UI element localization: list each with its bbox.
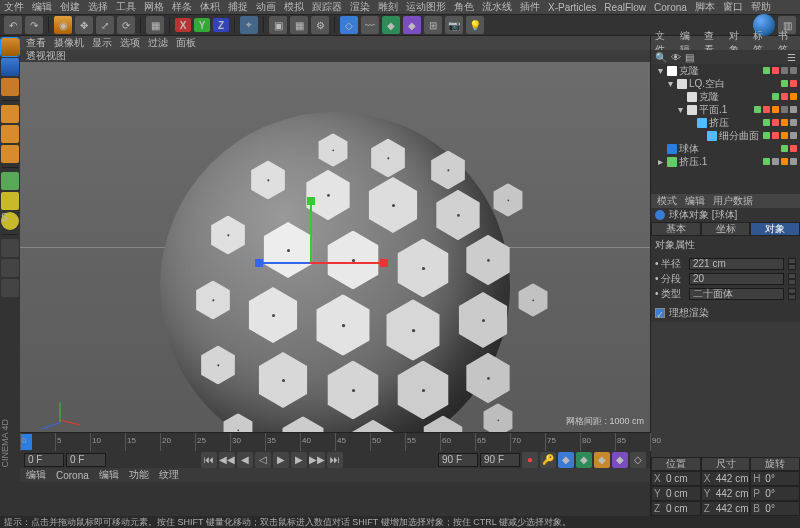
axis-x-toggle[interactable]: X — [175, 18, 191, 32]
menu-X-Particles[interactable]: X-Particles — [548, 2, 596, 13]
menu-脚本[interactable]: 脚本 — [695, 0, 715, 14]
viewport-menu[interactable]: 查看摄像机显示选项过滤面板 — [20, 36, 650, 50]
coord-cell[interactable]: H0° — [750, 471, 800, 486]
visibility-dot[interactable] — [772, 67, 779, 74]
visibility-dot[interactable] — [790, 80, 797, 87]
visibility-dot[interactable] — [763, 158, 770, 165]
spinner-icon[interactable] — [788, 288, 796, 300]
scale-icon[interactable]: ⤢ — [96, 16, 114, 34]
key-param-icon[interactable]: ◆ — [612, 452, 628, 468]
locked-workplane-icon[interactable] — [1, 259, 19, 277]
range-start-field[interactable]: 0 F — [24, 453, 64, 467]
recent-tool-icon[interactable]: ▦ — [146, 16, 164, 34]
record-icon[interactable]: ● — [522, 452, 538, 468]
coord-cell[interactable]: X442 cm — [701, 471, 751, 486]
texture-mode-icon[interactable] — [1, 58, 19, 76]
rotate-icon[interactable]: ⟳ — [117, 16, 135, 34]
step-fwd-icon[interactable]: ▶▶ — [309, 452, 325, 468]
menu-创建[interactable]: 创建 — [60, 0, 80, 14]
attr-tab[interactable]: 基本 — [651, 222, 701, 236]
range-end-field[interactable]: 90 F — [438, 453, 478, 467]
poly-mode-icon[interactable] — [1, 145, 19, 163]
menu-雕刻[interactable]: 雕刻 — [378, 0, 398, 14]
coord-cell[interactable]: B0° — [750, 501, 800, 516]
render-perfect-row[interactable]: ✓理想渲染 — [655, 305, 796, 320]
deformer-icon[interactable]: ◆ — [403, 16, 421, 34]
visibility-dot[interactable] — [763, 132, 770, 139]
spinner-icon[interactable] — [788, 273, 796, 285]
play-back-icon[interactable]: ◁ — [255, 452, 271, 468]
menu-工具[interactable]: 工具 — [116, 0, 136, 14]
prim-cube-icon[interactable]: ◇ — [340, 16, 358, 34]
autokey-icon[interactable]: 🔑 — [540, 452, 556, 468]
menu-选择[interactable]: 选择 — [88, 0, 108, 14]
visibility-dot[interactable] — [772, 119, 779, 126]
expand-icon[interactable]: ▾ — [665, 78, 675, 89]
tag-icon[interactable] — [781, 67, 788, 74]
prev-frame-icon[interactable]: ◀ — [237, 452, 253, 468]
camera-icon[interactable]: 📷 — [445, 16, 463, 34]
menu-运动图形[interactable]: 运动图形 — [406, 0, 446, 14]
viewmenu-item[interactable]: 显示 — [92, 36, 112, 50]
expand-icon[interactable]: ▾ — [655, 65, 665, 76]
key-pos-icon[interactable]: ◆ — [558, 452, 574, 468]
visibility-dot[interactable] — [763, 106, 770, 113]
material-tab[interactable]: 纹理 — [159, 468, 179, 482]
tree-row[interactable]: ▾LQ.空白 — [651, 77, 800, 90]
visibility-dot[interactable] — [772, 132, 779, 139]
attr-menu[interactable]: 模式编辑用户数据 — [651, 194, 800, 208]
visibility-dot[interactable] — [781, 93, 788, 100]
viewmenu-item[interactable]: 摄像机 — [54, 36, 84, 50]
material-tab[interactable]: Corona — [56, 470, 89, 481]
tag-icon[interactable] — [790, 93, 797, 100]
axis-mode-icon[interactable] — [1, 172, 19, 190]
tree-row[interactable]: ▾克隆 — [651, 64, 800, 77]
workplane-mode-icon[interactable] — [1, 78, 19, 96]
tag-icon[interactable] — [781, 106, 788, 113]
viewport-tab[interactable]: 透视视图 — [20, 50, 650, 62]
visibility-dot[interactable] — [772, 158, 779, 165]
tag-icon[interactable] — [790, 119, 797, 126]
edge-mode-icon[interactable] — [1, 125, 19, 143]
key-scale-icon[interactable]: ◆ — [576, 452, 592, 468]
visibility-dot[interactable] — [763, 67, 770, 74]
viewmenu-item[interactable]: 选项 — [120, 36, 140, 50]
menu-RealFlow[interactable]: RealFlow — [604, 2, 646, 13]
menu-文件[interactable]: 文件 — [4, 0, 24, 14]
generator-icon[interactable]: ◆ — [382, 16, 400, 34]
attr-tabs[interactable]: 基本坐标对象 — [651, 222, 800, 236]
attr-menu-item[interactable]: 用户数据 — [713, 194, 753, 208]
material-tab[interactable]: 功能 — [129, 468, 149, 482]
light-icon[interactable]: 💡 — [466, 16, 484, 34]
material-tabs[interactable]: 编辑Corona编辑功能纹理 — [20, 468, 650, 482]
point-mode-icon[interactable] — [1, 105, 19, 123]
tag-icon[interactable] — [781, 132, 788, 139]
tag-icon[interactable] — [790, 158, 797, 165]
attr-menu-item[interactable]: 模式 — [657, 194, 677, 208]
tweak-mode-icon[interactable] — [1, 192, 19, 210]
menu-Corona[interactable]: Corona — [654, 2, 687, 13]
spinner-icon[interactable] — [788, 258, 796, 270]
visibility-dot[interactable] — [781, 80, 788, 87]
menu-跟踪器[interactable]: 跟踪器 — [312, 0, 342, 14]
next-frame-icon[interactable]: ▶ — [291, 452, 307, 468]
coord-cell[interactable]: Y442 cm — [701, 486, 751, 501]
expand-icon[interactable]: ▸ — [655, 156, 665, 167]
expand-icon[interactable]: ▾ — [675, 104, 685, 115]
coord-cell[interactable]: Y0 cm — [651, 486, 701, 501]
prop-input[interactable]: 221 cm — [689, 258, 784, 270]
workplane-icon[interactable] — [1, 239, 19, 257]
coord-cell[interactable]: X0 cm — [651, 471, 701, 486]
step-back-icon[interactable]: ◀◀ — [219, 452, 235, 468]
snap-icon[interactable]: S — [1, 212, 19, 230]
tree-row[interactable]: ▸挤压.1 — [651, 155, 800, 168]
tag-icon[interactable] — [790, 132, 797, 139]
menu-流水线[interactable]: 流水线 — [482, 0, 512, 14]
tree-row[interactable]: 挤压 — [651, 116, 800, 129]
menu-窗口[interactable]: 窗口 — [723, 0, 743, 14]
render-settings-icon[interactable]: ⚙ — [311, 16, 329, 34]
prop-input[interactable]: 二十面体 — [689, 288, 784, 300]
coord-system-icon[interactable]: ⌖ — [240, 16, 258, 34]
live-select-icon[interactable]: ◉ — [54, 16, 72, 34]
planar-mode-icon[interactable] — [1, 279, 19, 297]
